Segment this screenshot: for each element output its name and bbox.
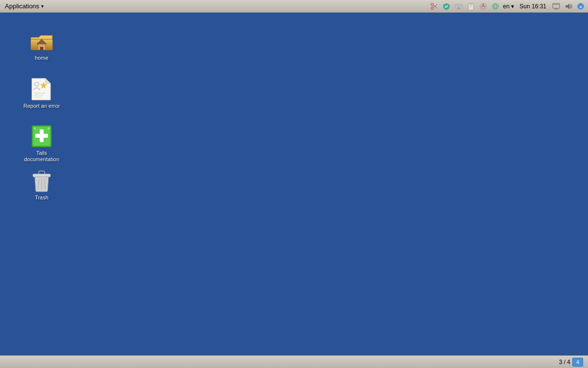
report-error-img [30,77,53,101]
svg-rect-10 [457,6,458,7]
svg-rect-43 [35,134,48,138]
workspace-label: 3 / 4 [559,359,570,366]
xfce-icon[interactable] [429,1,440,12]
language-text: en [503,3,510,10]
language-indicator[interactable]: en ▾ [502,3,515,10]
cpu-svg [479,2,487,10]
keyboard-icon[interactable] [453,1,464,12]
svg-rect-13 [457,7,461,8]
scissors-svg [430,2,438,10]
svg-point-45 [48,127,49,129]
svg-rect-7 [459,5,460,6]
applications-menu[interactable]: Applications ▾ [2,1,47,12]
svg-rect-15 [469,3,472,4]
battery-svg: 4 [577,2,585,10]
svg-rect-46 [33,174,50,177]
svg-line-47 [38,179,39,190]
svg-text:4: 4 [580,4,582,9]
svg-rect-6 [457,5,458,6]
report-error-label: Report an error [24,103,60,109]
desktop: home Report an error [0,13,588,355]
tails-docs-label: Tails documentation [22,150,62,163]
svg-point-0 [431,3,433,5]
trash-icon[interactable]: Trash [20,167,64,203]
globe-svg [491,2,499,10]
clipboard-icon[interactable] [466,1,476,12]
network-icon[interactable] [441,1,452,12]
tails-docs-img [30,124,53,148]
desktop-svg [552,2,560,10]
report-error-icon[interactable]: Report an error [20,75,64,111]
svg-line-49 [45,179,45,190]
panel-right: en ▾ Sun 16:31 4 [429,1,586,12]
volume-icon[interactable] [563,1,574,12]
panel-left: Applications ▾ [2,1,47,12]
trash-label: Trash [35,195,49,201]
volume-svg [564,2,572,10]
tails-docs-icon[interactable]: Tails documentation [20,123,64,165]
svg-rect-28 [555,9,558,10]
workspace-switcher: 3 / 4 4 [556,358,586,367]
globe-icon[interactable] [490,1,501,12]
svg-rect-26 [553,3,560,8]
desktop-icon-btn[interactable] [551,1,562,12]
home-label: home [35,55,49,61]
svg-rect-8 [460,5,461,6]
shield-svg [442,2,450,10]
trash-img [30,169,53,193]
cpu-icon[interactable] [478,1,489,12]
lang-arrow: ▾ [511,3,514,10]
home-icon[interactable]: home [20,27,64,63]
svg-rect-9 [456,6,457,7]
clipboard-svg [467,2,475,10]
svg-rect-11 [459,6,460,7]
workspace-4-btn[interactable]: 4 [572,358,583,367]
svg-rect-34 [40,47,43,50]
svg-point-1 [431,7,433,9]
top-panel: Applications ▾ [0,0,588,13]
svg-line-3 [433,4,437,8]
home-folder-img [30,29,53,53]
applications-label: Applications [5,2,39,10]
svg-point-44 [34,127,36,129]
applications-arrow: ▾ [41,3,44,9]
svg-marker-29 [565,3,569,9]
clock-display[interactable]: Sun 16:31 [516,3,549,10]
svg-rect-5 [456,5,457,6]
keyboard-svg [455,2,463,10]
battery-icon[interactable]: 4 [575,1,586,12]
svg-line-2 [433,5,437,8]
bottom-panel: 3 / 4 4 [0,355,588,368]
svg-rect-12 [460,6,461,7]
